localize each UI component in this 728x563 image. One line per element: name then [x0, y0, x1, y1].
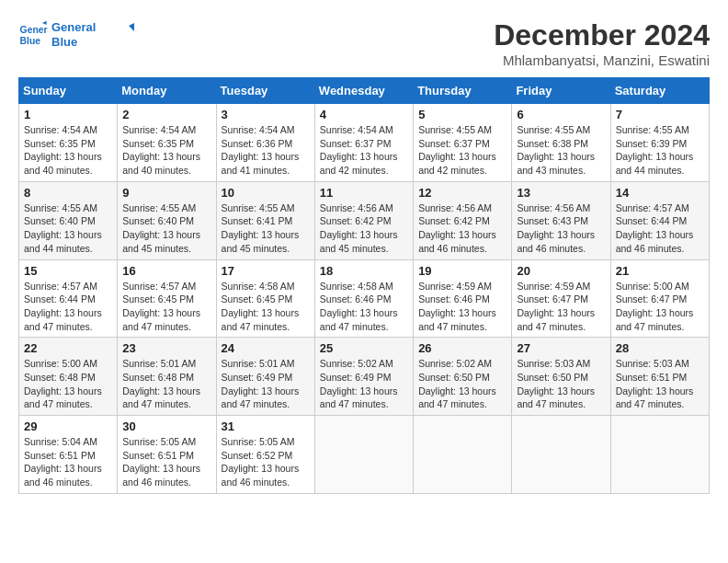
calendar-row-1: 1 Sunrise: 4:54 AMSunset: 6:35 PMDayligh…: [19, 104, 710, 182]
day-cell-26: 26 Sunrise: 5:02 AMSunset: 6:50 PMDaylig…: [414, 338, 512, 416]
day-info: Sunrise: 4:55 AMSunset: 6:40 PMDaylight:…: [24, 201, 112, 256]
header-friday: Friday: [512, 78, 610, 104]
day-number: 16: [122, 264, 210, 278]
svg-text:General: General: [20, 25, 48, 35]
day-info: Sunrise: 4:55 AMSunset: 6:38 PMDaylight:…: [517, 123, 605, 178]
day-info: Sunrise: 4:56 AMSunset: 6:43 PMDaylight:…: [517, 201, 605, 256]
day-info: Sunrise: 5:01 AMSunset: 6:48 PMDaylight:…: [122, 357, 210, 411]
day-cell-23: 23 Sunrise: 5:01 AMSunset: 6:48 PMDaylig…: [118, 338, 216, 416]
day-number: 21: [616, 264, 704, 278]
day-info: Sunrise: 4:55 AMSunset: 6:37 PMDaylight:…: [418, 123, 506, 178]
title-area: December 2024 Mhlambanyatsi, Manzini, Es…: [494, 18, 710, 68]
empty-cell: [512, 416, 610, 494]
day-cell-30: 30 Sunrise: 5:05 AMSunset: 6:51 PMDaylig…: [118, 416, 216, 494]
day-cell-21: 21 Sunrise: 5:00 AMSunset: 6:47 PMDaylig…: [610, 259, 709, 338]
header-sunday: Sunday: [19, 78, 118, 104]
day-info: Sunrise: 4:58 AMSunset: 6:45 PMDaylight:…: [222, 280, 310, 334]
header-tuesday: Tuesday: [216, 78, 314, 104]
day-number: 6: [517, 108, 605, 121]
day-cell-22: 22 Sunrise: 5:00 AMSunset: 6:48 PMDaylig…: [19, 338, 118, 416]
day-cell-17: 17 Sunrise: 4:58 AMSunset: 6:45 PMDaylig…: [216, 259, 314, 338]
day-number: 14: [616, 186, 704, 200]
header-thursday: Thursday: [414, 78, 512, 104]
day-number: 8: [24, 186, 112, 200]
day-number: 3: [222, 108, 310, 121]
day-info: Sunrise: 5:05 AMSunset: 6:52 PMDaylight:…: [222, 435, 310, 489]
header-monday: Monday: [118, 78, 216, 104]
svg-text:Blue: Blue: [51, 35, 77, 49]
day-cell-24: 24 Sunrise: 5:01 AMSunset: 6:49 PMDaylig…: [216, 338, 314, 416]
day-cell-3: 3 Sunrise: 4:54 AMSunset: 6:36 PMDayligh…: [216, 104, 314, 182]
day-number: 24: [222, 341, 310, 355]
day-number: 26: [418, 341, 506, 355]
day-cell-5: 5 Sunrise: 4:55 AMSunset: 6:37 PMDayligh…: [414, 104, 512, 182]
day-cell-13: 13 Sunrise: 4:56 AMSunset: 6:43 PMDaylig…: [512, 181, 610, 259]
day-info: Sunrise: 4:54 AMSunset: 6:36 PMDaylight:…: [222, 123, 310, 178]
day-info: Sunrise: 4:57 AMSunset: 6:44 PMDaylight:…: [616, 201, 704, 256]
calendar-table: Sunday Monday Tuesday Wednesday Thursday…: [18, 77, 710, 494]
day-cell-10: 10 Sunrise: 4:55 AMSunset: 6:41 PMDaylig…: [216, 181, 314, 259]
day-number: 29: [24, 419, 112, 433]
day-cell-4: 4 Sunrise: 4:54 AMSunset: 6:37 PMDayligh…: [314, 104, 413, 182]
day-cell-12: 12 Sunrise: 4:56 AMSunset: 6:42 PMDaylig…: [414, 181, 512, 259]
day-number: 23: [122, 341, 210, 355]
location-subtitle: Mhlambanyatsi, Manzini, Eswatini: [494, 52, 710, 68]
day-info: Sunrise: 4:59 AMSunset: 6:47 PMDaylight:…: [517, 280, 605, 334]
day-cell-31: 31 Sunrise: 5:05 AMSunset: 6:52 PMDaylig…: [216, 416, 314, 494]
day-info: Sunrise: 5:03 AMSunset: 6:51 PMDaylight:…: [616, 357, 704, 411]
day-info: Sunrise: 4:56 AMSunset: 6:42 PMDaylight:…: [320, 201, 408, 256]
svg-marker-2: [42, 21, 47, 25]
day-number: 4: [320, 108, 408, 121]
day-info: Sunrise: 5:00 AMSunset: 6:48 PMDaylight:…: [24, 357, 112, 411]
day-info: Sunrise: 4:55 AMSunset: 6:39 PMDaylight:…: [616, 123, 704, 178]
day-info: Sunrise: 4:58 AMSunset: 6:46 PMDaylight:…: [320, 280, 408, 334]
day-info: Sunrise: 4:59 AMSunset: 6:46 PMDaylight:…: [418, 280, 506, 334]
empty-cell: [414, 416, 512, 494]
header-saturday: Saturday: [610, 78, 709, 104]
day-number: 20: [517, 264, 605, 278]
day-cell-6: 6 Sunrise: 4:55 AMSunset: 6:38 PMDayligh…: [512, 104, 610, 182]
day-info: Sunrise: 4:54 AMSunset: 6:35 PMDaylight:…: [24, 123, 112, 178]
day-number: 19: [418, 264, 506, 278]
day-number: 30: [122, 419, 210, 433]
day-cell-28: 28 Sunrise: 5:03 AMSunset: 6:51 PMDaylig…: [610, 338, 709, 416]
day-info: Sunrise: 5:02 AMSunset: 6:50 PMDaylight:…: [418, 357, 506, 411]
day-number: 31: [222, 419, 310, 433]
day-cell-27: 27 Sunrise: 5:03 AMSunset: 6:50 PMDaylig…: [512, 338, 610, 416]
day-cell-7: 7 Sunrise: 4:55 AMSunset: 6:39 PMDayligh…: [610, 104, 709, 182]
day-cell-2: 2 Sunrise: 4:54 AMSunset: 6:35 PMDayligh…: [118, 104, 216, 182]
day-number: 27: [517, 341, 605, 355]
day-number: 15: [24, 264, 112, 278]
day-cell-8: 8 Sunrise: 4:55 AMSunset: 6:40 PMDayligh…: [19, 181, 118, 259]
day-number: 22: [24, 341, 112, 355]
empty-cell: [610, 416, 709, 494]
day-number: 17: [222, 264, 310, 278]
day-info: Sunrise: 4:55 AMSunset: 6:41 PMDaylight:…: [222, 201, 310, 256]
svg-text:Blue: Blue: [20, 36, 41, 46]
page-header: General Blue General Blue December 2024 …: [18, 18, 710, 68]
day-number: 5: [418, 108, 506, 121]
day-info: Sunrise: 4:57 AMSunset: 6:44 PMDaylight:…: [24, 280, 112, 334]
calendar-row-4: 22 Sunrise: 5:00 AMSunset: 6:48 PMDaylig…: [19, 338, 710, 416]
day-info: Sunrise: 4:57 AMSunset: 6:45 PMDaylight:…: [122, 280, 210, 334]
day-number: 7: [616, 108, 704, 121]
header-wednesday: Wednesday: [314, 78, 413, 104]
day-info: Sunrise: 4:56 AMSunset: 6:42 PMDaylight:…: [418, 201, 506, 256]
day-number: 11: [320, 186, 408, 200]
day-cell-20: 20 Sunrise: 4:59 AMSunset: 6:47 PMDaylig…: [512, 259, 610, 338]
day-cell-18: 18 Sunrise: 4:58 AMSunset: 6:46 PMDaylig…: [314, 259, 413, 338]
day-info: Sunrise: 5:04 AMSunset: 6:51 PMDaylight:…: [24, 435, 112, 489]
day-cell-14: 14 Sunrise: 4:57 AMSunset: 6:44 PMDaylig…: [610, 181, 709, 259]
day-number: 12: [418, 186, 506, 200]
day-cell-29: 29 Sunrise: 5:04 AMSunset: 6:51 PMDaylig…: [19, 416, 118, 494]
day-cell-11: 11 Sunrise: 4:56 AMSunset: 6:42 PMDaylig…: [314, 181, 413, 259]
day-number: 1: [24, 108, 112, 121]
day-info: Sunrise: 4:55 AMSunset: 6:40 PMDaylight:…: [122, 201, 210, 256]
logo-icon: General Blue: [18, 20, 48, 50]
day-number: 9: [122, 186, 210, 200]
svg-text:General: General: [51, 20, 96, 34]
day-number: 13: [517, 186, 605, 200]
day-cell-19: 19 Sunrise: 4:59 AMSunset: 6:46 PMDaylig…: [414, 259, 512, 338]
logo: General Blue General Blue: [18, 18, 134, 52]
day-info: Sunrise: 5:05 AMSunset: 6:51 PMDaylight:…: [122, 435, 210, 489]
